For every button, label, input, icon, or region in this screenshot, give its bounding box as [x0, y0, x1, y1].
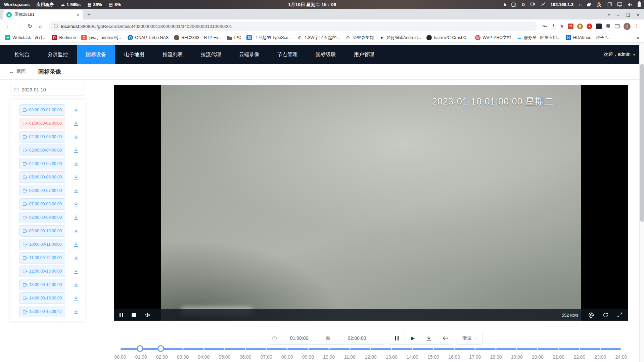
bookmark-item[interactable]: W WVP-PRO文档 [473, 34, 513, 42]
timeline-stop[interactable] [454, 348, 455, 350]
segment-play-button[interactable]: 00:00:00-01:00:00 [19, 104, 65, 116]
segment-play-button[interactable]: 02:00:00-03:00:00 [19, 131, 65, 143]
network-speed-indicator[interactable]: ☁↓ 1 MB/s [60, 2, 81, 7]
time-range-input[interactable]: 01:00:00 至 02:00:00 [267, 332, 384, 345]
timeline-stop[interactable] [328, 348, 330, 350]
timeline-stop[interactable] [620, 348, 622, 350]
scrollbar-thumb[interactable] [640, 64, 644, 222]
speed-dropdown[interactable]: 倍速 ∨ [457, 332, 482, 345]
segment-play-button[interactable]: 10:00:00-11:00:00 [19, 239, 65, 250]
bookmarks-overflow-button[interactable]: » [637, 35, 644, 40]
color-picker-icon[interactable] [541, 2, 545, 7]
clock[interactable]: 1月10日 星期二 15：09 [121, 2, 504, 8]
timeline-stop[interactable] [558, 348, 559, 350]
timeline-stop[interactable] [474, 348, 476, 350]
segment-play-button[interactable]: 06:00:00-07:00:00 [19, 185, 65, 196]
segment-download-button[interactable] [73, 148, 79, 153]
nav-tab[interactable]: 国标级联 [307, 45, 345, 64]
download-button[interactable] [421, 332, 437, 345]
share-icon[interactable] [551, 24, 556, 29]
nav-tab[interactable]: 云端录像 [230, 45, 268, 64]
timeline-stop[interactable] [182, 348, 184, 350]
bookmark-item[interactable]: 知 了不起的 TypeScri... [244, 34, 294, 42]
refresh-icon[interactable] [603, 312, 608, 318]
segment-play-button[interactable]: 14:00:00-15:00:00 [19, 292, 65, 304]
segment-play-button[interactable]: 09:00:00-10:00:00 [19, 225, 65, 237]
start-time-value[interactable]: 01:00:00 [277, 335, 321, 341]
bookmark-star-icon[interactable]: ★ [560, 23, 564, 29]
nav-tab[interactable]: 用户管理 [345, 45, 383, 64]
segment-download-button[interactable] [73, 242, 79, 247]
timeline-handle[interactable] [137, 345, 143, 352]
side-panel-icon[interactable] [614, 24, 620, 29]
ip-address-indicator[interactable]: 192.168.1.3 [550, 2, 573, 7]
home-button[interactable]: ⌂ [36, 21, 46, 31]
bookmark-item[interactable]: C java、android可... [79, 34, 125, 42]
segment-play-button[interactable]: 13:00:00-14:00:00 [19, 279, 65, 290]
timeline-stop[interactable] [433, 348, 434, 350]
segment-play-button[interactable]: 08:00:00-09:00:00 [19, 212, 65, 223]
timeline-stop[interactable] [224, 348, 225, 350]
bookmark-item[interactable]: R Redmine [49, 34, 78, 41]
segment-download-button[interactable] [73, 228, 79, 234]
profile-avatar[interactable]: ☺ [624, 23, 631, 30]
js-extension-icon[interactable]: JS [568, 24, 573, 29]
display-tray-icon[interactable] [617, 2, 622, 7]
segment-play-button[interactable]: 11:00:00-12:00:00 [19, 252, 65, 264]
battery-icon[interactable] [638, 2, 641, 7]
browser-menu-icon[interactable]: ⋮ [634, 23, 639, 29]
segment-play-button[interactable]: 15:00:00-15:09:47 [19, 306, 65, 317]
timeline[interactable]: 00:0001:0002:0003:0004:0005:0006:0007:00… [120, 345, 621, 362]
nav-tab[interactable]: 电子地图 [115, 45, 153, 64]
segment-download-button[interactable] [73, 215, 79, 220]
segment-download-button[interactable] [73, 201, 79, 207]
forward-button[interactable]: → [14, 21, 24, 31]
segment-download-button[interactable] [73, 269, 79, 274]
timeline-stop[interactable] [349, 348, 351, 350]
new-tab-button[interactable]: + [87, 11, 91, 18]
player-pause-icon[interactable] [120, 313, 123, 317]
seek-back-button[interactable] [437, 332, 453, 345]
memory-usage-indicator[interactable]: ▤ 8% [109, 2, 121, 7]
player-volume-muted-icon[interactable] [144, 313, 151, 318]
bookmark-item[interactable]: RFC2833 – RTP Ev... [172, 34, 224, 41]
nav-tab[interactable]: 拉流代理 [192, 45, 230, 64]
segment-download-button[interactable] [73, 295, 79, 301]
timeline-stop[interactable] [370, 348, 371, 350]
clipboard-tray-icon[interactable]: ⧉ [522, 2, 525, 7]
date-picker-input[interactable]: 2023-01-10 [10, 84, 85, 95]
segment-play-button[interactable]: 04:00:00-05:00:00 [19, 158, 65, 169]
nav-tab[interactable]: 分屏监控 [39, 45, 77, 64]
segment-download-button[interactable] [73, 134, 79, 140]
timeline-handle[interactable] [157, 345, 164, 352]
reload-button[interactable]: ↻ [25, 21, 35, 31]
segment-download-button[interactable] [73, 121, 79, 126]
user-menu[interactable]: 欢迎，admin ∨ [604, 51, 635, 57]
window-minimize-button[interactable]: – [617, 12, 619, 17]
segment-play-button[interactable]: 07:00:00-08:00:00 [19, 198, 65, 210]
volume-muted-tray-icon[interactable] [628, 3, 632, 7]
dark-extension-icon[interactable] [596, 24, 602, 29]
timeline-stop[interactable] [120, 348, 121, 350]
bookmark-item[interactable]: N HDAtmos :: 种子 *... [563, 34, 613, 42]
page-scrollbar[interactable] [639, 45, 644, 362]
end-time-value[interactable]: 02:00:00 [335, 335, 379, 341]
tab-search-chevron-icon[interactable]: ˅ [608, 12, 610, 17]
segment-play-button[interactable]: 01:00:00-02:00:00 [19, 118, 65, 129]
applications-menu[interactable]: 应用程序 [36, 2, 54, 8]
bookmark-item[interactable]: ⊕ 1.8W字|了不起的... [295, 34, 342, 42]
tab-close-button[interactable]: × [76, 12, 80, 17]
window-maximize-button[interactable]: ❑ [626, 12, 630, 17]
segment-play-button[interactable]: 12:00:00-13:00:00 [19, 266, 65, 277]
input-method-indicator[interactable]: 英 [597, 2, 601, 8]
fullscreen-icon[interactable] [617, 312, 623, 318]
browser-tab[interactable]: ◆ 国标28181 × [3, 10, 83, 19]
segment-download-button[interactable] [73, 188, 79, 194]
bookmark-item[interactable]: ☁ 服务器 - 轻量应用... [514, 34, 563, 42]
screenshot-tray-icon[interactable] [511, 2, 516, 7]
site-info-icon[interactable]: ⓘ [54, 23, 58, 29]
bookmark-item[interactable]: hairrrrr/C-CrashC... [424, 34, 472, 41]
play-button[interactable]: ▶ [405, 332, 421, 345]
snapshot-shutter-icon[interactable] [588, 312, 594, 318]
timeline-stop[interactable] [495, 348, 497, 350]
